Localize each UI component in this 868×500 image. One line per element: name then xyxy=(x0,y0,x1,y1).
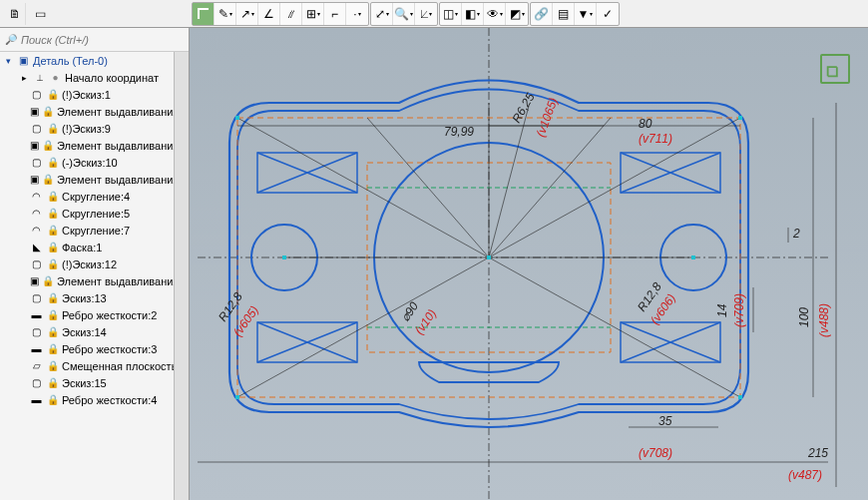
tree-item[interactable]: ▢🔒Эскиз:15 xyxy=(0,374,189,391)
svg-rect-31 xyxy=(235,116,239,120)
cube-icon[interactable]: ◫▾ xyxy=(440,3,462,25)
dim-7999: 79,99 xyxy=(444,125,474,139)
lock-icon: 🔒 xyxy=(42,139,54,152)
tree-label: Ребро жесткости:4 xyxy=(62,392,157,408)
dim-v711: (v711) xyxy=(639,132,672,146)
lock-icon: 🔒 xyxy=(46,376,59,389)
section-icon[interactable]: ◩▾ xyxy=(506,3,528,25)
viewport[interactable]: 79,99 R6,25 (v1065) 80 (v711) 2 R12,8 (v… xyxy=(190,28,868,500)
svg-line-24 xyxy=(489,257,740,397)
tree-scrollbar[interactable] xyxy=(174,52,189,500)
sketch-icon: ▢ xyxy=(30,122,43,135)
select-rect-icon[interactable]: ▭ xyxy=(29,3,51,25)
eyedrop-icon[interactable]: ✓ xyxy=(597,3,619,25)
tree-item[interactable]: ◠🔒Скругление:5 xyxy=(0,205,189,222)
rib-icon: ▬ xyxy=(30,308,43,321)
tree-item[interactable]: ▢🔒(!)Эскиз:12 xyxy=(0,255,189,272)
tree-origin[interactable]: ▸⟂●Начало координат xyxy=(0,69,189,86)
toolbar-groups: ✎▾ ↗▾ ∠ ⫽ ⊞▾ ⌐ ·▾ ⤢▾ 🔍▾ ⟀▾ ◫▾ ◧▾ 👁▾ ◩▾ 🔗… xyxy=(190,2,868,26)
layers-icon[interactable]: ▤ xyxy=(553,3,575,25)
fillet-icon: ◠ xyxy=(30,224,43,237)
tree-item[interactable]: ▬🔒Ребро жесткости:3 xyxy=(0,340,189,357)
tree-label: Смещенная плоскость:1 xyxy=(62,358,187,374)
dim-215: 215 xyxy=(807,446,828,460)
dim-80: 80 xyxy=(639,117,652,131)
rib-icon: ▬ xyxy=(30,393,43,406)
dim-100: 100 xyxy=(797,307,811,327)
search-icon: 🔎 xyxy=(4,33,17,46)
lock-icon: 🔒 xyxy=(46,241,59,253)
lock-icon: 🔒 xyxy=(42,105,54,118)
toolbar-left: 🗎 ▭ xyxy=(0,3,190,25)
ortho-icon[interactable] xyxy=(193,3,215,25)
zoom-fit-icon[interactable]: ⤢▾ xyxy=(371,3,393,25)
sketch-icon: ▢ xyxy=(30,376,43,389)
sketch-icon: ▢ xyxy=(30,257,43,270)
lock-icon: 🔒 xyxy=(46,393,59,406)
zoom-in-icon[interactable]: 🔍▾ xyxy=(393,3,415,25)
svg-rect-34 xyxy=(738,395,742,399)
visibility-icon[interactable]: 👁▾ xyxy=(484,3,506,25)
link-icon[interactable]: 🔗 xyxy=(531,3,553,25)
tree-label: Элемент выдавливания:10 xyxy=(57,104,189,120)
lock-icon: 🔒 xyxy=(46,291,59,304)
tree-item[interactable]: ▢🔒(-)Эскиз:10 xyxy=(0,154,189,171)
svg-line-22 xyxy=(489,118,740,257)
toolbar: 🗎 ▭ ✎▾ ↗▾ ∠ ⫽ ⊞▾ ⌐ ·▾ ⤢▾ 🔍▾ ⟀▾ ◫▾ ◧▾ 👁▾ … xyxy=(0,0,868,28)
search-input[interactable] xyxy=(21,34,185,46)
tree-item[interactable]: ◣🔒Фаска:1 xyxy=(0,239,189,255)
shade-icon[interactable]: ◧▾ xyxy=(462,3,484,25)
svg-rect-35 xyxy=(487,255,491,259)
tree-item[interactable]: ▣🔒Элемент выдавливания:12 xyxy=(0,171,189,188)
tree-item[interactable]: ▣🔒Элемент выдавливания:14 xyxy=(0,272,189,289)
tree-item[interactable]: ▢🔒Эскиз:13 xyxy=(0,289,189,306)
point-icon[interactable]: ·▾ xyxy=(346,3,368,25)
angle-icon[interactable]: ∠ xyxy=(258,3,280,25)
tree-item[interactable]: ▬🔒Ребро жесткости:4 xyxy=(0,391,189,408)
dim-35: 35 xyxy=(658,414,672,428)
sidebar: 🔎 ▾▣Деталь (Тел-0) ▸⟂●Начало координат ▢… xyxy=(0,28,190,500)
sketch-drawing: 79,99 R6,25 (v1065) 80 (v711) 2 R12,8 (v… xyxy=(190,28,868,500)
tree-mode-icon[interactable]: 🗎 xyxy=(4,3,26,25)
tree-label: Скругление:7 xyxy=(62,223,130,239)
tree-item[interactable]: ▢🔒(!)Эскиз:1 xyxy=(0,86,189,103)
tree-item[interactable]: ▣🔒Элемент выдавливания:10 xyxy=(0,103,189,120)
lock-icon: 🔒 xyxy=(46,308,59,321)
tree-label: Эскиз:15 xyxy=(62,375,107,391)
pencil-icon[interactable]: ✎▾ xyxy=(215,3,236,25)
tree-item[interactable]: ◠🔒Скругление:4 xyxy=(0,188,189,205)
svg-rect-36 xyxy=(282,255,286,259)
tree-item[interactable]: ▣🔒Элемент выдавливания:11 xyxy=(0,137,189,154)
dim-r625: R6,25 xyxy=(509,90,537,125)
axes-icon[interactable]: ⟀▾ xyxy=(415,3,437,25)
tree-label: (-)Эскиз:10 xyxy=(62,155,118,171)
sketch-icon: ▢ xyxy=(30,325,43,338)
tree-root[interactable]: ▾▣Деталь (Тел-0) xyxy=(0,52,189,69)
dim-v708: (v708) xyxy=(639,446,672,460)
feature-tree[interactable]: ▾▣Деталь (Тел-0) ▸⟂●Начало координат ▢🔒(… xyxy=(0,52,189,408)
lock-icon: 🔒 xyxy=(46,122,59,135)
tree-label: Эскиз:14 xyxy=(62,324,107,340)
sketch-icon: ▢ xyxy=(30,88,43,101)
snap-icon[interactable]: ↗▾ xyxy=(236,3,258,25)
fillet-icon: ◠ xyxy=(30,190,43,203)
perp-icon[interactable]: ⌐ xyxy=(324,3,346,25)
tree-item[interactable]: ▢🔒(!)Эскиз:9 xyxy=(0,120,189,137)
extrude-icon: ▣ xyxy=(30,139,39,152)
tree-item[interactable]: ◠🔒Скругление:7 xyxy=(0,222,189,239)
tree-label: Эскиз:13 xyxy=(62,290,107,306)
sketch-icon: ▢ xyxy=(30,156,43,169)
tree-item[interactable]: ▱🔒Смещенная плоскость:1 xyxy=(0,357,189,374)
grid-icon[interactable]: ⊞▾ xyxy=(302,3,324,25)
tree-label: (!)Эскиз:1 xyxy=(62,87,111,103)
tree-item[interactable]: ▬🔒Ребро жесткости:2 xyxy=(0,306,189,323)
filter-icon[interactable]: ▼▾ xyxy=(575,3,597,25)
tree-label: Начало координат xyxy=(65,70,159,86)
rib-icon: ▬ xyxy=(30,342,43,355)
lock-icon: 🔒 xyxy=(46,207,59,220)
tree-label: Элемент выдавливания:12 xyxy=(57,172,189,188)
tree-item[interactable]: ▢🔒Эскиз:14 xyxy=(0,323,189,340)
parallel-icon[interactable]: ⫽ xyxy=(280,3,302,25)
sketch-icon: ▢ xyxy=(30,291,43,304)
lock-icon: 🔒 xyxy=(46,88,59,101)
